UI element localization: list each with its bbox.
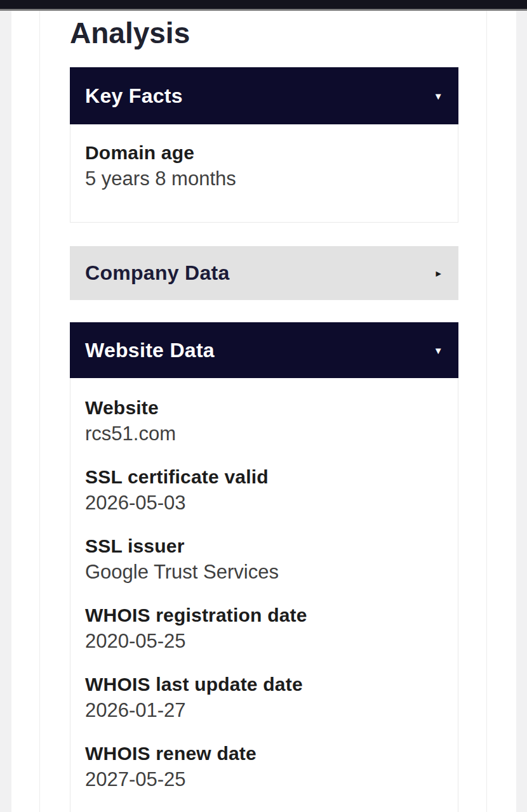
item-value: 2026-01-27 bbox=[85, 700, 443, 721]
chevron-down-icon: ▼ bbox=[434, 91, 443, 101]
list-item: WHOIS registration date 2020-05-25 bbox=[85, 605, 443, 652]
item-label: WHOIS renew date bbox=[85, 743, 443, 764]
website-data-body: Website rcs51.com SSL certificate valid … bbox=[70, 378, 458, 812]
item-value: 2020-05-25 bbox=[85, 631, 443, 652]
accordion-header-key-facts[interactable]: Key Facts ▼ bbox=[70, 67, 458, 124]
content-column: Analysis Key Facts ▼ Domain age 5 years … bbox=[39, 11, 487, 812]
list-item: WHOIS renew date 2027-05-25 bbox=[85, 743, 443, 790]
item-label: SSL issuer bbox=[85, 535, 443, 556]
list-item: WHOIS last update date 2026-01-27 bbox=[85, 674, 443, 721]
accordion-label: Key Facts bbox=[85, 84, 183, 108]
item-value: 2026-05-03 bbox=[85, 492, 443, 514]
accordion-label: Company Data bbox=[85, 261, 230, 285]
item-value: Google Trust Services bbox=[85, 561, 443, 583]
item-label: Website bbox=[85, 397, 443, 418]
list-item: SSL certificate valid 2026-05-03 bbox=[85, 466, 443, 514]
key-facts-body: Domain age 5 years 8 months bbox=[70, 124, 458, 223]
section-company-data: Company Data ► bbox=[70, 246, 458, 300]
item-value: 2027-05-25 bbox=[85, 769, 443, 790]
accordion-header-company-data[interactable]: Company Data ► bbox=[70, 246, 458, 300]
section-key-facts: Key Facts ▼ Domain age 5 years 8 months bbox=[70, 67, 458, 223]
chevron-right-icon: ► bbox=[434, 269, 443, 278]
list-item: SSL issuer Google Trust Services bbox=[85, 535, 443, 583]
item-value: 5 years 8 months bbox=[85, 168, 443, 190]
item-label: WHOIS last update date bbox=[85, 674, 443, 695]
page-title: Analysis bbox=[70, 16, 459, 51]
list-item: Website rcs51.com bbox=[85, 397, 443, 445]
browser-chrome-bar bbox=[0, 0, 527, 11]
page-sheet: Analysis Key Facts ▼ Domain age 5 years … bbox=[11, 11, 516, 812]
item-label: Domain age bbox=[85, 142, 443, 163]
accordion-header-website-data[interactable]: Website Data ▼ bbox=[70, 322, 458, 378]
chevron-down-icon: ▼ bbox=[434, 346, 443, 355]
accordion-label: Website Data bbox=[85, 339, 215, 362]
item-label: SSL certificate valid bbox=[85, 466, 443, 487]
item-label: WHOIS registration date bbox=[85, 605, 443, 625]
list-item: Domain age 5 years 8 months bbox=[85, 142, 443, 190]
item-value: rcs51.com bbox=[85, 423, 443, 445]
analysis-main: Analysis Key Facts ▼ Domain age 5 years … bbox=[40, 11, 459, 812]
section-website-data: Website Data ▼ Website rcs51.com SSL cer… bbox=[70, 322, 458, 812]
